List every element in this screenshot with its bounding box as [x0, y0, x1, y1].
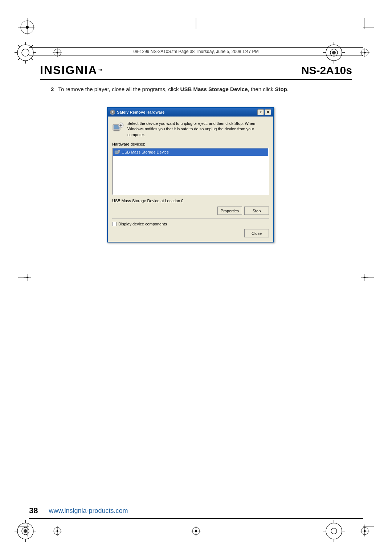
display-device-components-row[interactable]: Display device components: [112, 222, 269, 226]
trademark: ™: [98, 68, 103, 73]
instruction-text: 2 To remove the player, close all the pr…: [40, 85, 352, 94]
svg-rect-81: [115, 154, 118, 154]
svg-point-46: [364, 277, 366, 278]
hardware-devices-listbox[interactable]: USB Mass Storage Device: [112, 148, 269, 195]
instruction-text-middle: , then click: [248, 86, 275, 92]
svg-point-59: [57, 530, 58, 532]
svg-point-51: [17, 523, 33, 539]
svg-rect-75: [114, 130, 119, 131]
display-device-components-label: Display device components: [118, 222, 167, 226]
dialog-divider: [112, 219, 269, 219]
dialog-body: Select the device you want to unplug or …: [108, 117, 273, 242]
dialog-titlebar: Safely Remove Hardware ? ✕: [108, 108, 273, 117]
display-device-components-checkbox[interactable]: [112, 222, 117, 226]
step-number: 2: [51, 86, 54, 92]
dialog-title-text: Safely Remove Hardware: [117, 110, 164, 114]
svg-point-13: [26, 26, 29, 29]
dialog-info-row: Select the device you want to unplug or …: [112, 121, 269, 138]
dialog-help-button[interactable]: ?: [257, 109, 264, 115]
location-text: USB Mass Storage Device at Location 0: [112, 199, 269, 203]
svg-line-22: [18, 45, 20, 47]
instruction-bold1: USB Mass Storage Device: [180, 86, 248, 92]
svg-point-63: [364, 530, 366, 532]
svg-point-52: [22, 527, 29, 535]
website-url[interactable]: www.insignia-products.com: [49, 507, 128, 515]
footer: 38 www.insignia-products.com: [29, 503, 363, 519]
svg-point-47: [192, 527, 200, 535]
svg-point-78: [120, 125, 122, 126]
usb-mass-storage-device-item[interactable]: USB Mass Storage Device: [113, 148, 268, 156]
svg-point-48: [195, 530, 197, 532]
brand-logo: INSIGNIA™: [40, 64, 103, 77]
instruction-text-after: .: [287, 86, 289, 92]
svg-point-17: [22, 49, 29, 56]
dialog-close-row: Close: [112, 229, 269, 237]
brand-name: INSIGNIA: [40, 64, 97, 77]
svg-line-24: [31, 45, 33, 47]
dialog-titlebar-buttons: ? ✕: [257, 109, 271, 115]
safely-remove-hardware-dialog: Safely Remove Hardware ? ✕ Select the: [107, 107, 274, 242]
close-button[interactable]: Close: [244, 229, 269, 237]
svg-point-12: [21, 21, 34, 34]
instruction-bold2: Stop: [275, 86, 287, 92]
hardware-devices-label: Hardware devices:: [112, 142, 269, 146]
svg-point-66: [326, 523, 342, 539]
dialog-action-buttons: Properties Stop: [112, 207, 269, 215]
svg-line-25: [18, 58, 20, 61]
svg-rect-76: [114, 131, 119, 131]
instruction-text-before: To remove the player, close all the prog…: [58, 86, 180, 92]
usb-mass-storage-device-label: USB Mass Storage Device: [122, 150, 169, 154]
dialog-info-icon: [112, 122, 124, 133]
svg-point-43: [26, 277, 28, 278]
model-number: NS-2A10s: [301, 64, 352, 77]
dialog-close-button[interactable]: ✕: [265, 109, 271, 115]
dialog-info-text: Select the device you want to unplug or …: [127, 121, 269, 138]
logo-area: INSIGNIA™ NS-2A10s: [40, 64, 352, 80]
dialog-title-left: Safely Remove Hardware: [110, 110, 164, 115]
properties-button[interactable]: Properties: [217, 207, 242, 215]
page-number: 38: [29, 506, 38, 515]
svg-point-31: [364, 52, 366, 54]
stop-button[interactable]: Stop: [244, 207, 269, 215]
svg-point-53: [24, 529, 27, 533]
header-file-info: 08-1299 NS-2A10S.fm Page 38 Thursday, Ju…: [29, 47, 363, 56]
instruction-area: 2 To remove the player, close all the pr…: [40, 85, 352, 94]
svg-point-67: [331, 528, 337, 534]
svg-point-58: [54, 527, 61, 535]
svg-line-23: [31, 58, 33, 61]
dialog-title-icon: [110, 110, 115, 115]
svg-point-62: [361, 527, 368, 535]
